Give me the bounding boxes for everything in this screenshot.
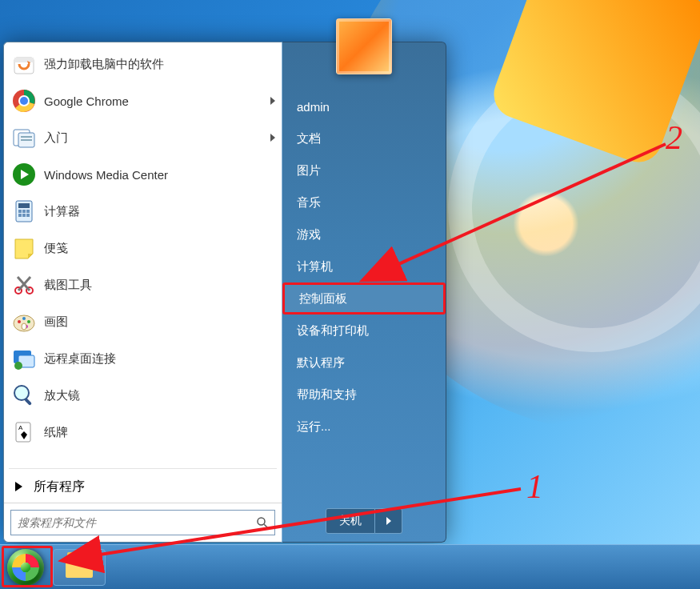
snip-icon [10, 271, 38, 299]
program-label: 便笺 [44, 241, 275, 256]
program-label: Google Chrome [44, 94, 270, 108]
paint-icon [10, 308, 38, 335]
program-label: Windows Media Center [44, 168, 275, 182]
program-label: 计算器 [44, 204, 275, 219]
chevron-right-icon [386, 517, 391, 525]
shutdown-row: 关机 [282, 508, 446, 534]
program-label: 纸牌 [44, 425, 275, 440]
program-item-0[interactable]: 强力卸载电脑中的软件 [6, 46, 280, 82]
right-pane-item-设备和打印机[interactable]: 设备和打印机 [282, 315, 446, 347]
program-list: 强力卸载电脑中的软件Google Chrome入门Windows Media C… [4, 42, 282, 467]
svg-point-4 [20, 97, 28, 105]
svg-rect-7 [21, 136, 32, 138]
svg-point-32 [14, 386, 29, 400]
program-label: 截图工具 [44, 278, 275, 293]
sol-icon: A [10, 419, 38, 446]
all-programs-button[interactable]: 所有程序 [4, 471, 282, 503]
svg-rect-8 [21, 139, 32, 141]
search-box[interactable] [10, 510, 275, 535]
program-item-1[interactable]: Google Chrome [6, 82, 280, 119]
annotation-number-1: 1 [526, 467, 543, 506]
right-pane-item-帮助和支持[interactable]: 帮助和支持 [282, 379, 446, 411]
start-menu: 强力卸载电脑中的软件Google Chrome入门Windows Media C… [3, 42, 446, 543]
annotation-number-2: 2 [666, 118, 682, 157]
folder-icon [66, 557, 93, 578]
program-label: 放大镜 [44, 388, 275, 403]
right-pane-item-默认程序[interactable]: 默认程序 [282, 347, 446, 379]
svg-text:A: A [18, 424, 23, 431]
start-menu-left-pane: 强力卸载电脑中的软件Google Chrome入门Windows Media C… [3, 42, 282, 543]
right-pane-item-admin[interactable]: admin [282, 90, 446, 122]
svg-rect-12 [18, 203, 30, 208]
right-pane-item-控制面板[interactable]: 控制面板 [282, 282, 446, 315]
submenu-arrow-icon [270, 134, 275, 142]
wmc-icon [10, 161, 38, 188]
all-programs-label: 所有程序 [34, 479, 85, 495]
triangle-icon [15, 482, 22, 491]
calc-icon [10, 198, 38, 225]
taskbar-explorer-button[interactable] [53, 549, 106, 586]
recycle-icon [10, 50, 38, 78]
program-item-5[interactable]: 便笺 [6, 230, 280, 266]
svg-rect-16 [18, 214, 22, 217]
svg-point-24 [18, 320, 21, 323]
search-input[interactable] [11, 516, 250, 529]
right-pane-item-文档[interactable]: 文档 [282, 122, 446, 154]
shutdown-options-button[interactable] [375, 508, 402, 534]
submenu-arrow-icon [270, 97, 275, 105]
svg-point-36 [258, 518, 265, 525]
shutdown-button[interactable]: 关机 [326, 508, 375, 534]
taskbar [0, 544, 700, 589]
svg-rect-1 [14, 58, 34, 62]
program-label: 强力卸载电脑中的软件 [44, 57, 275, 72]
start-menu-right-pane: admin文档图片音乐游戏计算机控制面板设备和打印机默认程序帮助和支持运行...… [282, 42, 446, 543]
annotation-rect-start [2, 546, 53, 587]
mag-icon [10, 382, 38, 409]
chrome-icon [10, 87, 38, 114]
sticky-icon [10, 234, 38, 262]
svg-point-25 [22, 317, 26, 320]
program-item-6[interactable]: 截图工具 [6, 266, 280, 303]
svg-point-31 [14, 362, 22, 370]
program-item-4[interactable]: 计算器 [6, 193, 280, 230]
right-pane-item-运行...[interactable]: 运行... [282, 411, 446, 443]
shutdown-label: 关机 [339, 514, 362, 528]
right-pane-item-图片[interactable]: 图片 [282, 154, 446, 186]
separator [9, 468, 277, 469]
svg-point-26 [27, 320, 30, 323]
program-item-2[interactable]: 入门 [6, 119, 280, 156]
svg-rect-33 [24, 398, 32, 406]
program-label: 入门 [44, 130, 270, 146]
program-label: 远程桌面连接 [44, 351, 275, 367]
svg-rect-17 [22, 214, 26, 217]
rdp-icon [10, 345, 38, 372]
svg-point-28 [22, 323, 26, 330]
user-picture[interactable] [336, 18, 392, 74]
right-pane-item-游戏[interactable]: 游戏 [282, 218, 446, 250]
svg-rect-18 [26, 214, 30, 217]
program-item-9[interactable]: 放大镜 [6, 377, 280, 414]
search-icon [250, 511, 274, 535]
right-pane-item-计算机[interactable]: 计算机 [282, 250, 446, 282]
program-item-10[interactable]: A纸牌 [6, 414, 280, 451]
program-item-7[interactable]: 画图 [6, 303, 280, 340]
program-item-3[interactable]: Windows Media Center [6, 156, 280, 193]
svg-rect-14 [22, 210, 26, 213]
svg-rect-13 [18, 210, 22, 213]
svg-line-37 [264, 524, 268, 528]
right-pane-item-音乐[interactable]: 音乐 [282, 186, 446, 218]
program-label: 画图 [44, 315, 275, 330]
search-area [4, 503, 282, 542]
getstart-icon [10, 124, 38, 151]
program-item-8[interactable]: 远程桌面连接 [6, 340, 280, 377]
svg-rect-15 [26, 210, 30, 213]
